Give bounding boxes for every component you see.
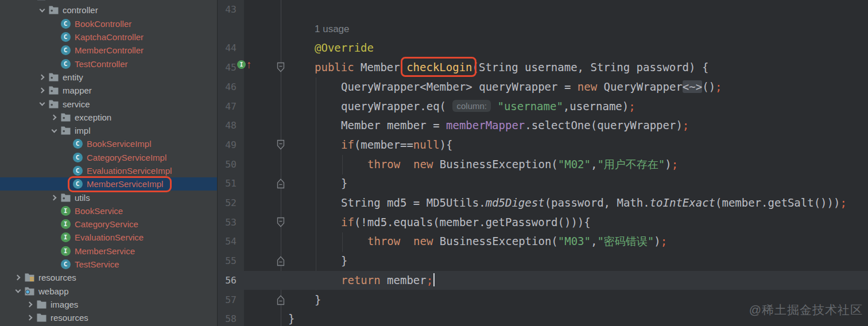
annotation-box: CMemberServiceImpl: [72, 179, 163, 189]
code-line-47[interactable]: 47queryWrapper.eq( column: "username",us…: [218, 97, 868, 117]
tree-item-label: EvaluationService: [75, 232, 144, 242]
code-line-45[interactable]: 45I↑public Member checkLogin(String user…: [218, 58, 868, 77]
tree-row-kaptchacontroller[interactable]: CKaptchaController: [0, 30, 217, 44]
line-number: 46: [218, 77, 237, 97]
tree-row-mapper[interactable]: mapper: [0, 84, 217, 97]
code-text: }: [288, 309, 294, 326]
tree-item-label: webapp: [38, 286, 69, 296]
line-number: 49: [218, 135, 237, 155]
fold-marker-down-icon[interactable]: [276, 217, 285, 230]
tree-item-label: controller: [63, 5, 98, 15]
implements-method-gutter-icon[interactable]: I↑: [237, 60, 252, 69]
tree-row-resources[interactable]: resources: [0, 271, 217, 284]
chevron-expanded-icon[interactable]: [11, 290, 24, 292]
interface-icon: I: [60, 232, 71, 243]
tree-row-memberservice[interactable]: IMemberService: [0, 244, 217, 258]
chevron-collapsed-icon[interactable]: [48, 115, 60, 119]
tree-row-categoryserviceimpl[interactable]: CCategoryServiceImpl: [0, 151, 217, 164]
fold-marker-up-icon[interactable]: [276, 294, 285, 308]
chevron-collapsed-icon[interactable]: [36, 75, 48, 79]
tree-row-evaluationserviceimpl[interactable]: CEvaluationServiceImpl: [0, 164, 217, 177]
line-number: 58: [218, 309, 237, 326]
chevron-collapsed-icon[interactable]: [48, 196, 60, 200]
class-icon: C: [72, 179, 83, 189]
tree-row-bookcontroller[interactable]: CBookController: [0, 17, 217, 30]
tree-item-label: comminbookreader: [51, 0, 124, 2]
tree-row-controller[interactable]: controller: [0, 3, 217, 17]
tree-item-label: MemberService: [75, 246, 135, 256]
folder-icon: [48, 99, 59, 109]
tree-row-resources[interactable]: resources: [0, 311, 217, 324]
tree-item-label: TestService: [75, 259, 119, 269]
tree-row-entity[interactable]: entity: [0, 71, 217, 84]
tree-item-label: KaptchaController: [75, 32, 144, 42]
tree-item-label: MemberController: [75, 45, 144, 55]
method-name-annotated: checkLogin: [406, 61, 472, 73]
fold-marker-up-icon[interactable]: [276, 255, 285, 269]
line-number: 56: [218, 271, 237, 290]
tree-item-label: BookService: [75, 206, 123, 216]
tree-item-label: resources: [51, 313, 88, 323]
tree-item-label: utils: [75, 193, 90, 203]
tree-row-bookservice[interactable]: IBookService: [0, 204, 217, 218]
tree-row-categoryservice[interactable]: ICategoryService: [0, 218, 217, 231]
folder-icon: [48, 72, 59, 82]
chevron-collapsed-icon[interactable]: [36, 88, 48, 92]
chevron-expanded-icon[interactable]: [36, 9, 48, 11]
code-line-52[interactable]: 52String md5 = MD5Utils.md5Digest(passwo…: [218, 193, 868, 213]
class-icon: C: [60, 59, 71, 69]
tree-row-impl[interactable]: impl: [0, 124, 217, 137]
code-line-51[interactable]: 51}: [218, 174, 868, 193]
code-line-43[interactable]: 43: [218, 0, 868, 20]
interface-icon: I: [60, 219, 71, 230]
line-number: 48: [218, 116, 237, 135]
fold-marker-up-icon[interactable]: [276, 178, 285, 191]
tree-row-images[interactable]: images: [0, 298, 217, 311]
chevron-collapsed-icon[interactable]: [24, 316, 36, 320]
tree-row-evaluationservice[interactable]: IEvaluationService: [0, 231, 217, 244]
tree-row-webapp[interactable]: webapp: [0, 285, 217, 298]
chevron-expanded-icon[interactable]: [36, 103, 48, 105]
code-line-54[interactable]: 54throw new BusinessException("M03","密码错…: [218, 232, 868, 251]
code-text: Member member = memberMapper.selectOne(q…: [341, 116, 689, 135]
folder-plain-icon: [36, 313, 46, 323]
tree-row-bookserviceimpl[interactable]: CBookServiceImpl: [0, 137, 217, 150]
line-number: 54: [218, 232, 237, 251]
package-icon: [36, 0, 46, 2]
chevron-collapsed-icon[interactable]: [24, 302, 36, 306]
code-line-46[interactable]: 46QueryWrapper<Member> queryWrapper = ne…: [218, 77, 868, 97]
line-number: 53: [218, 213, 237, 232]
line-number: 51: [218, 174, 237, 193]
inlay-hint-line[interactable]: 1 usage: [218, 20, 868, 39]
code-line-44[interactable]: 44@Override: [218, 38, 868, 58]
tree-row-service[interactable]: service: [0, 97, 217, 110]
class-icon: C: [60, 32, 71, 42]
ide-window: comminbookreadercontrollerCBookControlle…: [0, 0, 868, 326]
code-line-48[interactable]: 48Member member = memberMapper.selectOne…: [218, 116, 868, 135]
code-line-55[interactable]: 55}: [218, 251, 868, 271]
code-text: throw new BusinessException("M03","密码错误"…: [367, 232, 667, 251]
code-line-53[interactable]: 53if(!md5.equals(member.getPassword())){: [218, 213, 868, 232]
tree-row-testcontroller[interactable]: CTestController: [0, 57, 217, 70]
fold-marker-down-icon[interactable]: [276, 139, 285, 153]
tree-item-label: MemberServiceImpl: [87, 179, 163, 189]
line-number: 47: [218, 97, 237, 117]
chevron-collapsed-icon[interactable]: [11, 275, 24, 280]
chevron-expanded-icon[interactable]: [48, 130, 60, 132]
line-number: 52: [218, 193, 237, 213]
code-editor[interactable]: 431 usage44@Override45I↑public Member ch…: [218, 0, 868, 326]
tree-row-testservice[interactable]: CTestService: [0, 258, 217, 271]
usage-count-hint[interactable]: 1 usage: [315, 20, 350, 39]
fold-marker-down-icon[interactable]: [276, 62, 285, 75]
text-caret: [433, 273, 435, 286]
tree-item-label: exception: [75, 112, 111, 122]
code-line-49[interactable]: 49if(member==null){: [218, 135, 868, 155]
interface-icon: I: [60, 205, 71, 216]
code-line-56[interactable]: 56return member;: [218, 271, 868, 290]
tree-row-exception[interactable]: exception: [0, 111, 217, 124]
code-line-50[interactable]: 50throw new BusinessException("M02","用户不…: [218, 155, 868, 174]
class-icon: C: [72, 166, 83, 176]
tree-row-utils[interactable]: utils: [0, 191, 217, 204]
tree-row-membercontroller[interactable]: CMemberController: [0, 44, 217, 57]
tree-row-memberserviceimpl[interactable]: CMemberServiceImpl: [0, 177, 217, 191]
